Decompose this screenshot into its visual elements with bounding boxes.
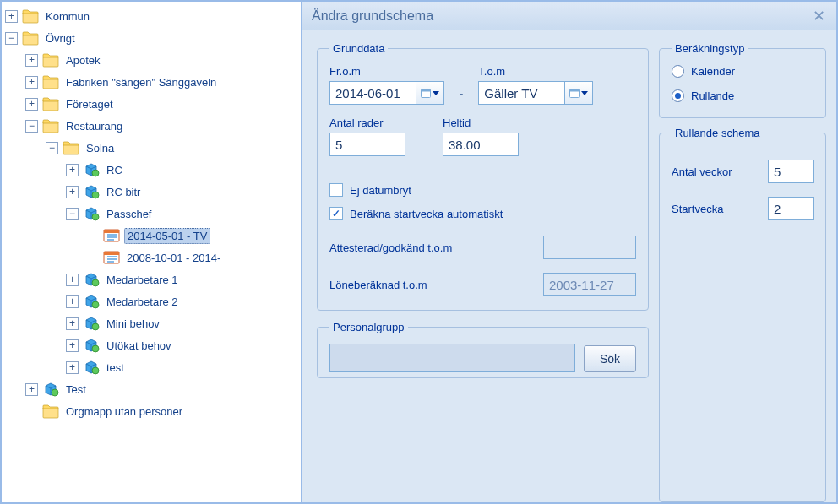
checkbox-icon[interactable] xyxy=(329,183,343,197)
tree-node-schedule-2[interactable]: + 2008-10-01 - 2014- xyxy=(86,247,301,268)
personalgrupp-input[interactable] xyxy=(329,344,575,372)
tree-node-mini-behov[interactable]: + Mini behov xyxy=(66,312,301,334)
groupbox-rullande-schema: Rullande schema Antal veckor Startvecka xyxy=(659,127,826,502)
antal-rader-input[interactable] xyxy=(329,133,405,156)
expand-icon[interactable]: + xyxy=(66,295,79,308)
startvecka-input[interactable] xyxy=(768,197,814,220)
tree-node-restaurang[interactable]: − Restaurang xyxy=(25,115,301,137)
radio-rullande[interactable]: Rullande xyxy=(672,89,814,102)
kalender-label: Kalender xyxy=(691,65,735,78)
expand-icon[interactable]: + xyxy=(66,164,79,176)
tree-label: Övrigt xyxy=(43,31,78,46)
tree-label: RC xyxy=(104,163,125,177)
folder-open-icon xyxy=(63,140,79,155)
from-date-picker[interactable] xyxy=(329,81,444,105)
cube-icon xyxy=(42,382,59,397)
radio-checked-icon[interactable] xyxy=(672,89,684,102)
folder-open-icon xyxy=(42,118,59,133)
antal-veckor-input[interactable] xyxy=(768,160,814,183)
tree-node-foretaget[interactable]: + Företaget xyxy=(25,93,301,115)
ej-datumbryt-checkbox[interactable]: Ej datumbryt xyxy=(329,183,636,197)
to-date-input[interactable] xyxy=(478,81,564,105)
calendar-mini-icon xyxy=(569,88,580,98)
collapse-icon[interactable]: − xyxy=(5,32,18,45)
berakna-auto-label: Beräkna startvecka automatiskt xyxy=(350,208,503,220)
cube-icon xyxy=(83,206,100,221)
heltid-input[interactable] xyxy=(443,133,519,156)
tree-node-passchef[interactable]: − Passchef xyxy=(66,203,301,225)
search-button[interactable]: Sök xyxy=(584,345,636,372)
to-label: T.o.m xyxy=(478,65,593,78)
expand-icon[interactable]: + xyxy=(25,383,38,396)
expand-icon[interactable]: + xyxy=(66,339,79,352)
cube-icon xyxy=(83,360,100,375)
tree-node-orgmapp[interactable]: + Orgmapp utan personer xyxy=(25,400,301,422)
tree-label: Solna xyxy=(84,141,117,155)
radio-icon[interactable] xyxy=(672,65,684,78)
calendar-icon xyxy=(103,250,120,265)
expand-icon[interactable]: + xyxy=(66,361,79,374)
antal-rader-label: Antal rader xyxy=(329,117,405,129)
tree-label: Restaurang xyxy=(63,119,125,133)
tree-node-schedule-1[interactable]: + 2014-05-01 - TV xyxy=(86,225,301,247)
tree-node-medarbetare-1[interactable]: + Medarbetare 1 xyxy=(66,268,301,290)
collapse-icon[interactable]: − xyxy=(66,208,79,220)
spacer: + xyxy=(86,252,99,264)
tree-node-fabriken[interactable]: + Fabriken "sängen" Sänggaveln xyxy=(25,71,301,93)
tree-node-medarbetare-2[interactable]: + Medarbetare 2 xyxy=(66,290,301,312)
tree-label: Orgmapp utan personer xyxy=(63,404,185,419)
dialog-title: Ändra grundschema xyxy=(302,2,836,30)
org-tree-panel: + Kommun − Övrigt + Apotek + Fabriken "s… xyxy=(2,2,302,502)
collapse-icon[interactable]: − xyxy=(46,142,58,154)
checkbox-checked-icon[interactable]: ✓ xyxy=(329,207,343,220)
tree-label: RC bitr xyxy=(104,185,143,199)
tree-label: 2008-10-01 - 2014- xyxy=(124,251,223,265)
berakningstyp-legend: Beräkningstyp xyxy=(672,42,748,55)
cube-icon xyxy=(83,184,100,199)
folder-icon xyxy=(22,8,39,24)
close-icon[interactable]: ✕ xyxy=(809,7,828,25)
tree-label-selected: 2014-05-01 - TV xyxy=(124,228,210,244)
tree-node-ovrigt[interactable]: − Övrigt xyxy=(5,27,301,49)
antal-veckor-label: Antal veckor xyxy=(672,165,758,178)
tree-node-solna[interactable]: − Solna xyxy=(46,137,301,159)
radio-kalender[interactable]: Kalender xyxy=(672,65,814,78)
tree-node-rc-bitr[interactable]: + RC bitr xyxy=(66,181,301,203)
calendar-dropdown-button[interactable] xyxy=(564,81,593,105)
tree-label: Medarbetare 2 xyxy=(104,295,181,309)
tree-node-rc[interactable]: + RC xyxy=(66,159,301,181)
tree-label: Utökat behov xyxy=(104,339,174,353)
tree-node-utokat-behov[interactable]: + Utökat behov xyxy=(66,334,301,356)
expand-icon[interactable]: + xyxy=(25,54,38,67)
tree-label: Apotek xyxy=(63,53,102,68)
schedule-dialog: Ändra grundschema ✕ Grunddata Fr.o.m xyxy=(302,2,836,502)
expand-icon[interactable]: + xyxy=(66,186,79,198)
rullande-label: Rullande xyxy=(691,89,734,102)
tree-node-kommun[interactable]: + Kommun xyxy=(5,5,301,27)
tree-node-test-top[interactable]: + Test xyxy=(25,378,301,400)
groupbox-grunddata: Grunddata Fr.o.m xyxy=(317,42,649,311)
expand-icon[interactable]: + xyxy=(25,98,38,111)
expand-icon[interactable]: + xyxy=(5,10,18,23)
collapse-icon[interactable]: − xyxy=(25,120,38,133)
groupbox-berakningstyp: Beräkningstyp Kalender Rullande xyxy=(659,42,826,118)
from-label: Fr.o.m xyxy=(329,65,444,78)
expand-icon[interactable]: + xyxy=(25,76,38,89)
attesterad-label: Attesterad/godkänd t.o.m xyxy=(329,241,533,254)
from-date-input[interactable] xyxy=(329,81,416,105)
tree-node-apotek[interactable]: + Apotek xyxy=(25,49,301,71)
rullande-schema-legend: Rullande schema xyxy=(672,127,763,139)
expand-icon[interactable]: + xyxy=(66,274,79,286)
expand-icon[interactable]: + xyxy=(66,317,79,330)
cube-icon xyxy=(83,294,100,309)
cube-icon xyxy=(83,162,100,177)
to-date-picker[interactable] xyxy=(478,81,593,105)
folder-icon xyxy=(42,404,59,419)
groupbox-personalgrupp: Personalgrupp Sök xyxy=(317,321,649,378)
tree-label: Fabriken "sängen" Sänggaveln xyxy=(63,75,219,89)
folder-icon xyxy=(42,96,59,111)
calendar-dropdown-button[interactable] xyxy=(416,81,444,105)
berakna-auto-checkbox[interactable]: ✓ Beräkna startvecka automatiskt xyxy=(329,207,636,220)
tree-node-test-solna[interactable]: + test xyxy=(66,356,301,378)
loneberaknad-value xyxy=(543,273,636,296)
